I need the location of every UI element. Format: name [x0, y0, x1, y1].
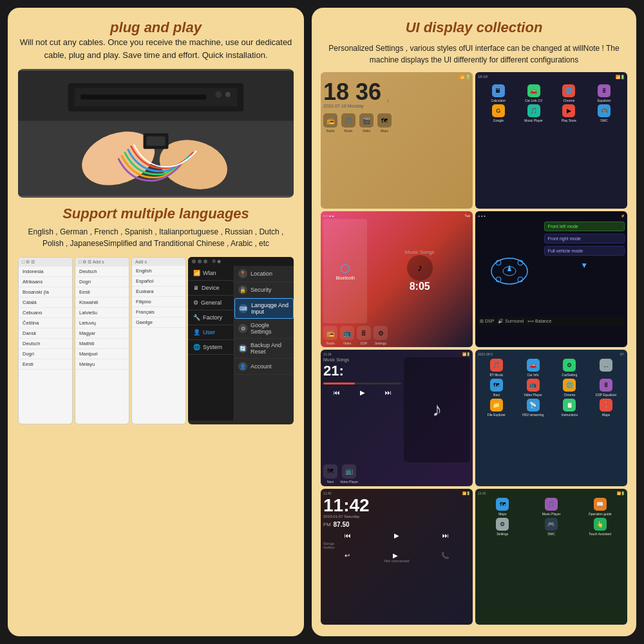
ui-screenshot-8: 11:42📶🔋 🗺 Maps 🎵 Music Player 📖: [475, 489, 627, 625]
ui3-music-songs: Music Songs: [405, 249, 435, 255]
phone-icon[interactable]: 📞: [441, 552, 449, 559]
ui3-video: 📺 Video: [340, 326, 354, 345]
ui6-maps2: 📍 Maps: [589, 399, 623, 417]
touchassist-label: Touch Assistant: [589, 532, 611, 536]
lang-item: Español: [132, 276, 185, 287]
ui1-icons-row: 📻 Radio 🎵 Music 🎬 Video 🗺: [323, 113, 470, 133]
balance-label: ⟺ Balance: [527, 319, 551, 324]
playstore-icon: ▶: [562, 104, 575, 117]
maps-label: Maps: [381, 129, 388, 133]
sidebar-device[interactable]: 🖥 Device: [188, 281, 234, 296]
topbar-dot: [192, 260, 196, 263]
prev-icon[interactable]: ⏮: [334, 389, 340, 396]
location-icon: 📍: [238, 269, 247, 278]
radio-label: Radio: [326, 129, 334, 133]
ui2-overlay: 18:39📶🔋 🖩 Calculator 🚗 Car Link 2.0 🌐: [475, 72, 627, 209]
user-icon: 👤: [193, 329, 200, 336]
prev-icon[interactable]: ⏮: [345, 532, 351, 539]
languages-title: Support multiple languages: [18, 205, 294, 222]
instructions-icon: 📋: [563, 399, 576, 412]
ui5-progress-fill: [323, 383, 355, 384]
ui-screenshot-2: 18:39📶🔋 🖩 Calculator 🚗 Car Link 2.0 🌐: [475, 72, 627, 209]
content-account[interactable]: 👤 Account: [234, 359, 294, 375]
carinfo-icon: 🚗: [527, 359, 540, 372]
ui3-bottom-icons: 📻 Radio 📺 Video 🎚 DSP ⚙: [323, 326, 470, 345]
ui2-grid: 🖩 Calculator 🚗 Car Link 2.0 🌐 Chrome: [478, 80, 625, 126]
ui7-songs: SongsAuthor: [323, 542, 470, 549]
more-icon: ...: [600, 359, 612, 372]
chrome-icon: 🌐: [563, 379, 576, 392]
ui4-front-right[interactable]: Front right mode: [544, 234, 625, 243]
btmusic-label: BT Music: [490, 373, 504, 377]
dsp-label: DSP Equalizer: [596, 393, 616, 397]
next-icon[interactable]: ⏭: [442, 532, 449, 539]
wifi-icon: 📶: [193, 270, 200, 276]
lang-item: Català: [19, 298, 72, 308]
location-label: Location: [251, 270, 272, 277]
ui7-freq: 87.50: [334, 521, 350, 528]
ui-screenshot-7: 11:42📶🔋 11:42 2023-01-07 Saturday FM 87.…: [321, 489, 473, 625]
calculator-icon: 🖩: [492, 84, 505, 97]
carsetting-icon: ⚙: [563, 359, 576, 372]
sidebar-system[interactable]: 🌐 System: [188, 340, 234, 355]
svg-point-5: [215, 91, 222, 98]
topbar-dot: [198, 260, 202, 263]
content-location[interactable]: 📍 Location: [234, 266, 294, 282]
lang-item: Magyar: [75, 328, 129, 339]
system-label: System: [203, 344, 222, 350]
plug-and-play-desc: Will not cut any cables. Once you receiv…: [18, 36, 294, 61]
ui7-not-connected: Not connected: [323, 559, 470, 563]
video-icon: 📺: [340, 326, 354, 340]
device-label: Device: [202, 285, 220, 291]
ui-screenshot-5: 21:26📶🔋 Music Songs 21: ⏮ ▶: [321, 350, 473, 486]
svg-point-6: [225, 92, 231, 97]
play2-icon[interactable]: ▶: [393, 552, 398, 559]
globe-icon: 🌐: [193, 344, 200, 350]
sidebar-factory[interactable]: 🔧 Factory: [188, 310, 234, 325]
ui4-front-left[interactable]: Front left mode: [544, 222, 625, 231]
ui4-down-arrow: ▼: [544, 261, 625, 270]
lang-item: Dogri: [19, 349, 72, 359]
next-icon[interactable]: ⏭: [385, 389, 392, 396]
ui5-time: 21:: [323, 364, 401, 378]
gear-icon: ⚙: [193, 299, 198, 306]
user-label: User: [203, 329, 215, 336]
fileexplorer-label: File Explorer: [488, 413, 506, 417]
language-label: Languqge And Input: [251, 302, 289, 315]
ui-screenshot-4: ● ● ●⚡: [475, 211, 627, 348]
ui-screenshots-grid: 18:36📶 🔋 18 36 ♪ 2022-07-18 Monday 📻 Rad…: [321, 72, 627, 625]
maps2-label: Maps: [602, 413, 610, 417]
loop-icon[interactable]: ↩: [345, 552, 350, 559]
content-security[interactable]: 🔒 Security: [234, 282, 294, 298]
ui4-full-vehicle[interactable]: Full vehicle mode: [544, 246, 625, 256]
wrench-icon: 🔧: [193, 314, 200, 321]
content-google[interactable]: ⚙ Google Settings: [234, 319, 294, 339]
lang-item: Indonesia: [19, 267, 72, 277]
play-icon[interactable]: ▶: [360, 389, 365, 396]
surround-label: 🔊 Surround: [498, 319, 524, 324]
sidebar-wlan[interactable]: 📶 Wlan: [188, 266, 234, 281]
ui6-chrome: 🌐 Chrome: [553, 379, 587, 397]
ui2-playstore: ▶ Play Store: [553, 104, 586, 122]
ui5-bottom-icons: 🗺 Navi 📺 Video Player: [323, 464, 470, 484]
settings-label: Settings: [375, 341, 386, 345]
ui3-radio: 📻 Radio: [323, 326, 337, 345]
content-language[interactable]: ⌨ Languqge And Input: [234, 298, 294, 319]
ui7-date: 2023-01-07 Saturday: [323, 515, 470, 518]
btmusic-icon: 🎵: [490, 359, 503, 372]
lang-item: Français: [132, 307, 185, 317]
lang-header-1: □ ⚙ ☰: [19, 258, 72, 267]
sidebar-user[interactable]: 👤 User: [188, 325, 234, 340]
settings2-icon: ⚙: [496, 518, 509, 531]
lang-screen-1: □ ⚙ ☰ Indonesia Afrikaans Bosanski (la C…: [18, 257, 73, 424]
sidebar-general[interactable]: ⚙ General: [188, 296, 234, 310]
play-icon[interactable]: ▶: [394, 532, 399, 539]
ui2-equalizer: 🎚 Equalizer: [587, 84, 621, 102]
fm-label: FM: [323, 522, 331, 527]
content-backup[interactable]: 🔄 Backup And Reset: [234, 339, 294, 359]
swc-label: SWC: [600, 118, 608, 122]
navi-icon: 🗺: [323, 464, 337, 478]
settings-icon: ⚙: [374, 326, 388, 340]
hd2-label: HD2 streaming: [522, 413, 544, 417]
settings-topbar: ⚙ ◉: [188, 257, 294, 266]
